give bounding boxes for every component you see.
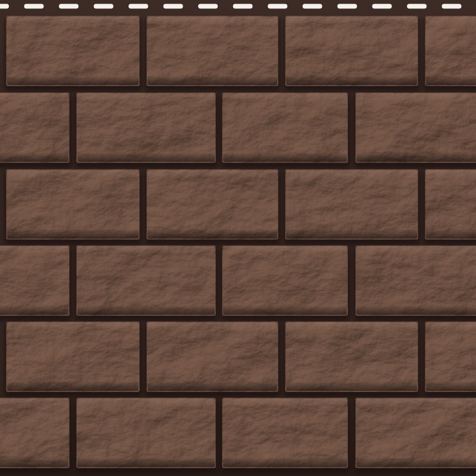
stone-brick <box>354 245 476 321</box>
stone-brick <box>354 92 476 168</box>
stone-brick <box>5 321 142 397</box>
stone-brick <box>5 15 142 91</box>
stone-brick <box>0 92 71 168</box>
stone-brick <box>0 245 71 321</box>
stone-brick <box>75 397 218 473</box>
stone-brick <box>145 15 280 91</box>
stone-brick <box>145 169 280 245</box>
stone-brick <box>221 245 350 321</box>
stone-brick <box>284 321 420 397</box>
stone-brick <box>221 92 350 168</box>
siding-panel-image <box>0 0 476 476</box>
stone-brick <box>145 321 280 397</box>
stone-brick <box>424 15 476 91</box>
stone-brick <box>75 92 218 168</box>
stone-brick <box>0 397 71 473</box>
stone-brick <box>354 397 476 473</box>
brick-wall <box>0 15 476 473</box>
stone-brick <box>424 321 476 397</box>
stone-brick <box>5 169 142 245</box>
stone-siding-texture <box>0 0 476 476</box>
stone-brick <box>424 169 476 245</box>
stone-brick <box>221 397 350 473</box>
stone-brick <box>284 169 420 245</box>
stone-brick <box>75 245 218 321</box>
stone-brick <box>284 15 420 91</box>
